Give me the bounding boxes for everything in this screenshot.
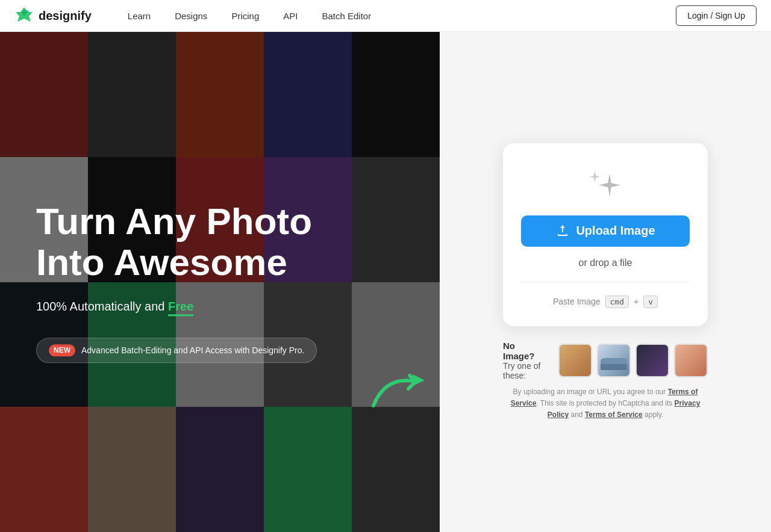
navbar: designify Learn Designs Pricing API Batc…: [0, 0, 771, 32]
nav-learn[interactable]: Learn: [116, 0, 163, 32]
terms-of-service-link-2[interactable]: Terms of Service: [585, 410, 643, 419]
badge-text: Advanced Batch-Editing and API Access wi…: [81, 345, 304, 355]
nav-designs[interactable]: Designs: [163, 0, 219, 32]
sample-images: [558, 344, 708, 377]
paste-label: Paste Image: [553, 297, 601, 306]
terms-text: By uploading an image or URL you agree t…: [503, 386, 708, 421]
left-panel: Turn Any Photo Into Awesome 100% Automat…: [0, 32, 440, 532]
logo[interactable]: designify: [14, 6, 92, 25]
nav-batch-editor[interactable]: Batch Editor: [310, 0, 383, 32]
arrow-icon: [367, 363, 440, 412]
hero-content: Turn Any Photo Into Awesome 100% Automat…: [0, 201, 440, 363]
svg-marker-3: [411, 374, 425, 386]
drop-text: or drop a file: [579, 258, 632, 268]
main-content: Turn Any Photo Into Awesome 100% Automat…: [0, 32, 771, 532]
hero-subtitle: 100% Automatically and Free: [36, 300, 404, 314]
try-text: Try one of these:: [503, 361, 546, 380]
sample-image-4[interactable]: [674, 344, 708, 377]
free-word: Free: [168, 300, 193, 316]
logo-icon: [14, 6, 34, 25]
hero-title: Turn Any Photo Into Awesome: [36, 201, 404, 283]
upload-image-button[interactable]: Upload Image: [521, 215, 690, 247]
plus-sign: +: [634, 297, 638, 306]
upload-icon: [555, 224, 570, 238]
right-panel: Upload Image or drop a file Paste Image …: [440, 32, 771, 532]
no-image-row: No Image? Try one of these:: [503, 341, 708, 380]
divider: [521, 282, 690, 282]
no-image-text: No Image?: [503, 341, 546, 361]
sample-image-3[interactable]: [635, 344, 669, 377]
navbar-right: Login / Sign Up: [676, 5, 757, 26]
nav-pricing[interactable]: Pricing: [219, 0, 271, 32]
sparkles-icon: [584, 167, 626, 203]
sample-section: No Image? Try one of these:: [503, 341, 708, 380]
v-key: v: [643, 295, 658, 308]
paste-row: Paste Image cmd + v: [553, 295, 658, 308]
sample-image-1[interactable]: [558, 344, 592, 377]
sample-label: No Image? Try one of these:: [503, 341, 546, 380]
cmd-key: cmd: [605, 295, 629, 308]
logo-text: designify: [39, 9, 92, 23]
promo-badge[interactable]: NEW Advanced Batch-Editing and API Acces…: [36, 338, 317, 363]
new-tag: NEW: [49, 344, 75, 356]
sample-image-2[interactable]: [597, 344, 631, 377]
login-button[interactable]: Login / Sign Up: [676, 5, 757, 26]
upload-card: Upload Image or drop a file Paste Image …: [503, 143, 708, 326]
nav-links: Learn Designs Pricing API Batch Editor: [116, 0, 676, 32]
nav-api[interactable]: API: [271, 0, 310, 32]
